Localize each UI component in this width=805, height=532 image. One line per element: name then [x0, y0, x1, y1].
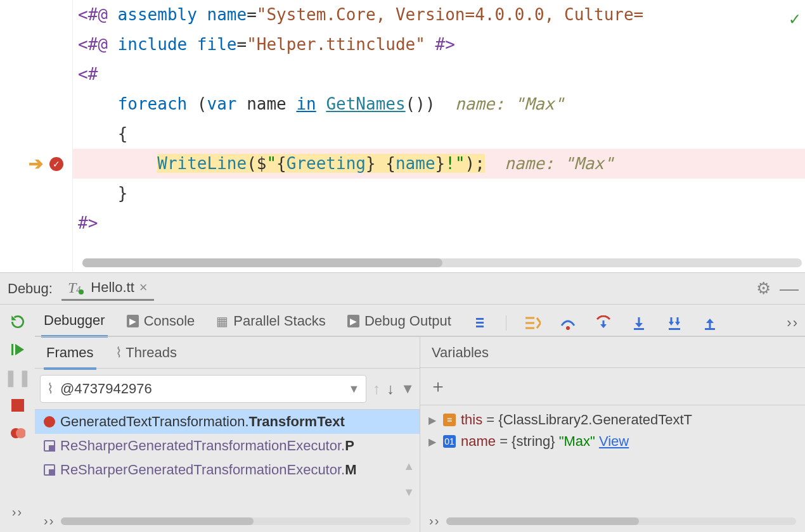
execution-pointer-row: ➔ ✓	[0, 149, 72, 179]
filter-icon[interactable]: ▼	[401, 381, 415, 397]
code-line: }	[73, 179, 805, 208]
debugger-tab[interactable]: Debugger	[41, 310, 108, 338]
left-h-scrollbar[interactable]	[61, 517, 411, 525]
toolbar-more-icon[interactable]: ››	[787, 315, 799, 331]
svg-point-4	[566, 326, 570, 330]
frame-up-icon[interactable]: ↑	[373, 380, 380, 398]
resume-icon[interactable]	[8, 340, 27, 359]
variable-row[interactable]: ▶ 01 name = {string} "Max"View	[420, 431, 805, 452]
debug-center: Debugger ▶Console ▦Parallel Stacks ▶Debu…	[35, 305, 805, 532]
object-icon: ≡	[443, 414, 456, 426]
console-icon: ▶	[127, 315, 139, 327]
svg-rect-7	[705, 328, 715, 330]
right-h-scrollbar[interactable]	[446, 517, 796, 525]
variables-pane: Variables ＋ ▶ ≡ this = {ClassLibrary2.Ge…	[420, 336, 805, 532]
threads-view-icon[interactable]	[470, 314, 489, 332]
debug-output-tab[interactable]: ▶Debug Output	[345, 310, 454, 336]
parallel-stacks-tab[interactable]: ▦Parallel Stacks	[214, 310, 328, 336]
svg-rect-1	[11, 399, 24, 412]
thread-selector-row: ⌇ ▼ ↑ ↓ ▼	[35, 369, 420, 410]
variables-label: Variables	[429, 342, 491, 367]
frame-item[interactable]: ReSharperGeneratedTransformationExecutor…	[35, 458, 420, 482]
thread-glyph-icon: ⌇	[47, 381, 54, 397]
debug-tabstrip: Debug: T4 Hello.tt × ⚙ —	[0, 272, 805, 304]
close-tab-icon[interactable]: ×	[139, 279, 148, 296]
current-line: WriteLine($"{Greeting} {name}!"); name: …	[73, 149, 805, 179]
code-line: <#@ include file="Helper.ttinclude" #>	[73, 30, 805, 60]
view-link[interactable]: View	[595, 433, 629, 449]
variable-row[interactable]: ▶ ≡ this = {ClassLibrary2.GeneratedTextT	[420, 409, 805, 431]
console-tab[interactable]: ▶Console	[124, 310, 198, 336]
debugger-tab-row: Debugger ▶Console ▦Parallel Stacks ▶Debu…	[35, 305, 805, 336]
step-into-icon[interactable]	[594, 314, 613, 332]
minimize-icon[interactable]: —	[780, 278, 797, 300]
expand-icon[interactable]: ▶	[427, 414, 438, 426]
debug-panel: ❚❚ ›› Debugger ▶Console ▦Parallel Stacks…	[0, 304, 805, 532]
frames-pane: Frames ⌇ Threads ⌇ ▼ ↑ ↓ ▼ Ge	[35, 336, 420, 532]
debug-tab-label: Hello.tt	[91, 279, 134, 296]
code-line: foreach (var name in GetNames()) name: "…	[73, 89, 805, 119]
thread-input[interactable]	[60, 381, 342, 397]
code-line: <#	[73, 60, 805, 89]
code-line: {	[73, 119, 805, 149]
frame-list[interactable]: GeneratedTextTransformation.TransformTex…	[35, 410, 420, 510]
list-scroll-down-icon[interactable]: ▼	[403, 486, 415, 499]
debug-side-toolbar: ❚❚ ››	[0, 305, 35, 532]
execution-arrow-icon: ➔	[29, 153, 43, 174]
view-breakpoints-icon[interactable]	[8, 424, 27, 443]
frame-item[interactable]: ReSharperGeneratedTransformationExecutor…	[35, 434, 420, 458]
expand-icon[interactable]: ▶	[427, 436, 438, 448]
frame-item[interactable]: GeneratedTextTransformation.TransformTex…	[35, 410, 420, 434]
stop-icon[interactable]	[8, 396, 27, 415]
debug-label: Debug:	[8, 281, 53, 297]
t4-file-icon: T4	[68, 279, 86, 296]
list-scroll-up-icon[interactable]: ▲	[403, 460, 415, 473]
svg-rect-6	[669, 328, 680, 330]
force-step-into-icon[interactable]	[665, 314, 684, 332]
thread-selector[interactable]: ⌇ ▼	[40, 375, 366, 403]
step-out-icon[interactable]	[700, 314, 719, 332]
code-editor[interactable]: ➔ ✓ ✓ <#@ assembly name="System.Core, Ve…	[0, 0, 805, 272]
value-icon: 01	[443, 435, 456, 448]
more-icon[interactable]: ››	[12, 505, 23, 519]
gutter: ➔ ✓	[0, 0, 73, 272]
right-more-icon[interactable]: ››	[429, 514, 440, 528]
variable-list[interactable]: ▶ ≡ this = {ClassLibrary2.GeneratedTextT…	[420, 405, 805, 509]
horizontal-scrollbar[interactable]	[82, 258, 802, 267]
threads-tab[interactable]: ⌇ Threads	[113, 342, 179, 368]
code-area[interactable]: ✓ <#@ assembly name="System.Core, Versio…	[73, 0, 805, 272]
code-line: #>	[73, 208, 805, 238]
breakpoint-icon[interactable]: ✓	[49, 157, 63, 171]
step-into-alt-icon[interactable]	[629, 314, 648, 332]
breakpoint-dot-icon	[44, 416, 55, 428]
right-more-row: ››	[420, 509, 805, 532]
svg-rect-0	[11, 344, 13, 355]
show-execution-point-icon[interactable]	[523, 314, 542, 332]
left-more-row: ››	[35, 510, 420, 532]
svg-rect-5	[634, 328, 644, 330]
code-line: <#@ assembly name="System.Core, Version=…	[73, 0, 805, 30]
step-over-icon[interactable]	[558, 314, 577, 332]
stacks-icon: ▦	[216, 314, 228, 329]
frames-tab[interactable]: Frames	[44, 342, 96, 370]
debug-tab-hello[interactable]: T4 Hello.tt ×	[61, 277, 154, 301]
settings-icon[interactable]: ⚙	[756, 279, 771, 298]
pause-icon[interactable]: ❚❚	[8, 368, 27, 387]
frame-icon	[44, 464, 55, 476]
frame-icon	[44, 440, 55, 452]
add-watch-icon[interactable]: ＋	[425, 374, 451, 398]
chevron-down-icon[interactable]: ▼	[348, 383, 359, 396]
left-more-icon[interactable]: ››	[44, 514, 55, 528]
frame-down-icon[interactable]: ↓	[387, 380, 394, 398]
output-icon: ▶	[347, 315, 359, 327]
rerun-icon[interactable]	[8, 312, 27, 331]
thread-icon: ⌇	[115, 345, 122, 360]
